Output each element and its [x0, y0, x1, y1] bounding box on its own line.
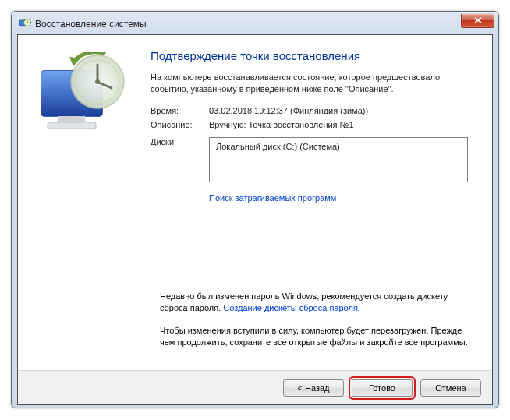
scan-affected-programs-link[interactable]: Поиск затрагиваемых программ	[209, 193, 336, 203]
window-title: Восстановление системы	[35, 19, 147, 30]
back-button[interactable]: < Назад	[283, 379, 344, 397]
disk-item: Локальный диск (C:) (Система)	[216, 142, 461, 151]
titlebar[interactable]: Восстановление системы	[17, 17, 493, 34]
intro-text: На компьютере восстанавливается состояни…	[151, 72, 478, 95]
time-value: 03.02.2018 19:12:37 (Финляндия (зима))	[209, 106, 478, 115]
finish-button-highlight: Готово	[350, 378, 414, 398]
close-button[interactable]	[461, 14, 494, 28]
restart-warning: Чтобы изменения вступили в силу, компьют…	[160, 325, 473, 348]
dialog-content: Подтверждение точки восстановления На ко…	[17, 34, 493, 405]
disks-label: Диски:	[151, 137, 209, 182]
finish-button[interactable]: Готово	[352, 379, 413, 397]
disks-listbox[interactable]: Локальный диск (C:) (Система)	[209, 137, 468, 182]
svg-rect-1	[21, 26, 26, 27]
svg-rect-5	[58, 116, 85, 122]
cancel-button[interactable]: Отмена	[420, 379, 481, 397]
svg-rect-6	[48, 122, 96, 129]
password-reset-note: Недавно был изменен пароль Windows, реко…	[160, 291, 473, 314]
system-restore-icon	[19, 18, 31, 30]
description-label: Описание:	[151, 120, 209, 129]
description-value: Вручную: Точка восстановления №1	[209, 120, 478, 129]
time-label: Время:	[151, 106, 209, 115]
wizard-graphic	[26, 44, 151, 203]
svg-point-9	[95, 79, 100, 84]
close-icon	[474, 16, 482, 25]
window-frame: Восстановление системы	[11, 11, 499, 408]
page-heading: Подтверждение точки восстановления	[151, 49, 478, 62]
create-password-reset-disk-link[interactable]: Создание дискеты сброса пароля	[223, 303, 358, 312]
button-bar: < Назад Готово Отмена	[18, 370, 492, 404]
